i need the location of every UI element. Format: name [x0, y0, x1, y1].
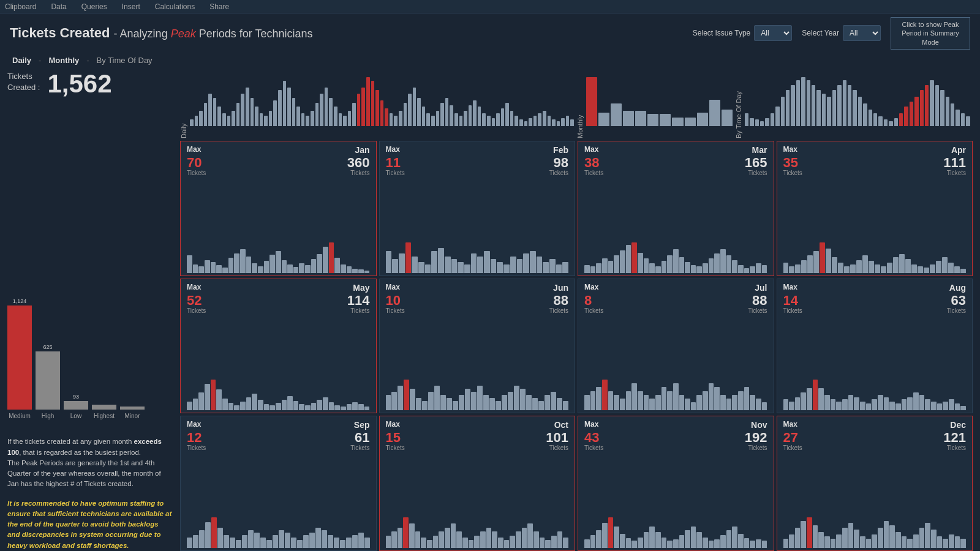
toolbar: Clipboard Data Queries Insert Calculatio…: [0, 0, 980, 13]
month-bar: [869, 261, 874, 273]
monthly-bar: [611, 103, 622, 126]
month-bar: [533, 531, 539, 548]
toolbar-calculations[interactable]: Calculations: [155, 2, 195, 11]
month-bar: [305, 265, 311, 273]
month-bar: [756, 539, 761, 548]
title-analyzing: Analyzing: [120, 28, 171, 40]
daily-bar: [445, 98, 449, 126]
month-bar: [638, 391, 643, 410]
month-bar: [428, 392, 434, 410]
month-bar: [415, 531, 421, 548]
month-bar: [334, 405, 340, 410]
toolbar-insert[interactable]: Insert: [122, 2, 140, 11]
month-bar: [386, 395, 391, 410]
month-bar: [655, 532, 661, 548]
month-bar: [205, 384, 210, 410]
time-bar: [889, 121, 892, 126]
month-bar: [315, 528, 321, 548]
toolbar-queries[interactable]: Queries: [81, 2, 107, 11]
daily-bar: [264, 116, 268, 126]
daily-bar: [217, 107, 221, 126]
month-bar: [679, 535, 685, 548]
month-bar: [662, 538, 667, 548]
month-bar: [854, 397, 859, 410]
month-bar: [498, 538, 503, 548]
issue-bar-item: Minor: [120, 407, 145, 419]
month-bar: [228, 258, 234, 273]
toolbar-data[interactable]: Data: [51, 2, 66, 11]
month-bar: [709, 383, 714, 410]
time-bar: [807, 80, 810, 126]
month-bar: [655, 266, 661, 273]
month-bar: [211, 517, 217, 548]
month-bar: [762, 402, 767, 410]
month-bar: [848, 395, 854, 410]
month-bar: [538, 401, 544, 410]
month-bar: [484, 251, 490, 273]
month-bar: [913, 392, 919, 410]
month-bar: [679, 257, 685, 273]
month-bar: [824, 536, 830, 548]
toolbar-clipboard[interactable]: Clipboard: [5, 2, 36, 11]
month-bar: [287, 264, 293, 273]
month-bar: [551, 536, 557, 548]
daily-bar: [292, 98, 296, 126]
total-value: 88: [554, 294, 568, 307]
month-bar: [620, 534, 625, 548]
max-value: 43: [584, 431, 599, 444]
daily-bar: [440, 103, 444, 126]
month-bar: [649, 399, 655, 410]
month-bar: [756, 263, 761, 273]
daily-bar: [371, 81, 375, 126]
month-bar: [464, 264, 470, 273]
daily-bar: [519, 119, 523, 126]
month-bar: [287, 396, 293, 410]
time-bar: [791, 85, 794, 126]
peak-mode-button[interactable]: Click to show Peak Period in Summary Mod…: [891, 17, 970, 50]
tab-daily[interactable]: Daily: [10, 54, 34, 66]
issue-type-select[interactable]: All: [754, 25, 792, 41]
total-value: 101: [546, 431, 568, 444]
daily-bar: [510, 111, 514, 126]
month-bar: [955, 536, 960, 548]
daily-bar: [366, 77, 370, 126]
month-bar: [543, 262, 549, 273]
time-bar: [935, 85, 939, 126]
month-bar: [492, 531, 497, 548]
tab-monthly[interactable]: Monthly: [46, 54, 81, 66]
title-sep: -: [114, 28, 120, 40]
daily-bar: [473, 100, 477, 126]
month-bar: [193, 535, 198, 548]
month-bar: [842, 399, 848, 410]
toolbar-share[interactable]: Share: [209, 2, 229, 11]
daily-bar: [404, 103, 407, 126]
month-bar: [789, 266, 794, 273]
year-label: Select Year: [802, 29, 839, 37]
month-bar-chart: [386, 317, 569, 411]
month-bar: [410, 389, 415, 410]
month-bar: [685, 530, 690, 548]
time-bar: [750, 118, 753, 126]
month-bar: [783, 539, 789, 548]
monthly-bar: [647, 114, 658, 126]
month-bar: [626, 538, 631, 548]
issue-bar-item: Highest: [92, 405, 116, 419]
tab-by-time[interactable]: By Time Of Day: [94, 54, 155, 66]
total-value: 61: [355, 431, 369, 444]
time-bar: [920, 90, 924, 126]
month-name: Aug: [949, 283, 966, 293]
month-bar: [409, 523, 415, 548]
year-select[interactable]: All: [843, 25, 881, 41]
month-bar: [477, 386, 483, 410]
month-bar: [352, 269, 358, 273]
month-bar: [602, 258, 608, 273]
month-bar: [527, 523, 533, 548]
month-bar: [187, 538, 192, 548]
month-bar: [590, 535, 596, 548]
month-bar: [422, 401, 428, 410]
daily-bar: [394, 116, 398, 126]
time-bar: [755, 119, 759, 126]
month-bar: [878, 528, 883, 548]
monthly-chart-label: Monthly: [576, 71, 584, 138]
daily-bar: [413, 88, 417, 126]
